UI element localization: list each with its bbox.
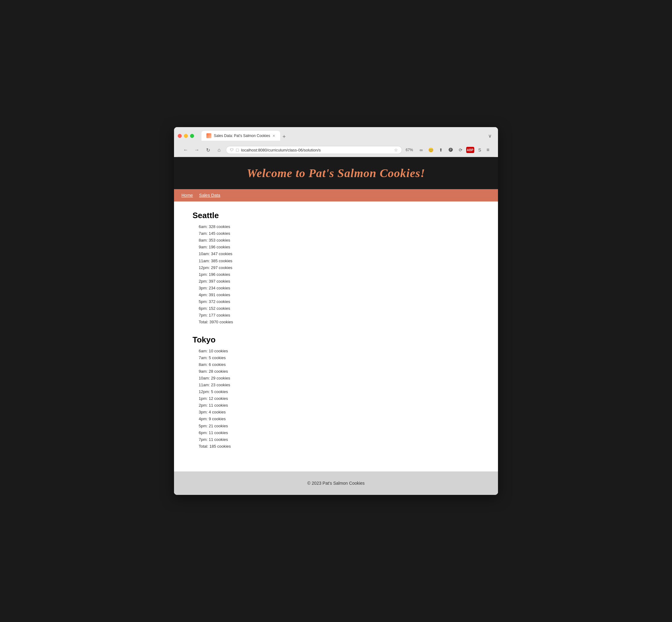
browser-chrome: Sales Data: Pat's Salmon Cookies × + ∨ ←…: [174, 127, 498, 157]
sitewall-icon[interactable]: S: [475, 146, 484, 154]
zoom-level[interactable]: 67%: [404, 147, 414, 153]
bookmark-icon[interactable]: ☆: [394, 147, 398, 152]
title-bar: Sales Data: Pat's Salmon Cookies × + ∨: [178, 131, 494, 141]
list-item: 5pm: 21 cookies: [199, 423, 480, 429]
refresh-button[interactable]: ↻: [204, 146, 212, 154]
address-bar-container: 🛡 □ ☆: [226, 146, 402, 154]
location-name: Seattle: [192, 211, 480, 220]
list-item: 6pm: 152 cookies: [199, 305, 480, 312]
list-item: 12pm: 297 cookies: [199, 265, 480, 271]
traffic-lights: [178, 134, 194, 138]
list-item: 3pm: 4 cookies: [199, 409, 480, 416]
list-item: 6am: 328 cookies: [199, 223, 480, 230]
page-icon: □: [236, 147, 239, 152]
home-button[interactable]: ⌂: [215, 146, 223, 154]
site-header: Welcome to Pat's Salmon Cookies!: [174, 157, 498, 189]
pocket-icon[interactable]: 🅟: [447, 146, 455, 154]
forward-button[interactable]: →: [192, 146, 201, 154]
list-item: 3pm: 234 cookies: [199, 285, 480, 291]
tab-close-button[interactable]: ×: [273, 133, 275, 138]
site-nav: Home Sales Data: [174, 189, 498, 202]
location-section-tokyo: Tokyo6am: 10 cookies7am: 5 cookies8am: 6…: [192, 335, 480, 450]
list-item: 8am: 353 cookies: [199, 237, 480, 244]
security-icon: 🛡: [230, 148, 234, 152]
new-tab-button[interactable]: +: [280, 133, 288, 141]
location-section-seattle: Seattle6am: 328 cookies7am: 145 cookies8…: [192, 211, 480, 325]
close-traffic-light[interactable]: [178, 134, 182, 138]
sync-icon[interactable]: ⟳: [456, 146, 465, 154]
maximize-traffic-light[interactable]: [190, 134, 194, 138]
site-footer: © 2023 Pat's Salmon Cookies: [174, 472, 498, 495]
profile-icon[interactable]: 😊: [427, 146, 435, 154]
address-bar[interactable]: [241, 148, 391, 152]
share-icon[interactable]: ⬆: [436, 146, 445, 154]
list-item: 1pm: 196 cookies: [199, 271, 480, 278]
list-item: 7pm: 11 cookies: [199, 436, 480, 443]
list-item: 1pm: 12 cookies: [199, 395, 480, 402]
list-item: 2pm: 397 cookies: [199, 278, 480, 285]
list-item: 9am: 196 cookies: [199, 244, 480, 250]
minimize-traffic-light[interactable]: [184, 134, 188, 138]
adblock-icon[interactable]: ABP: [466, 147, 474, 153]
site-title: Welcome to Pat's Salmon Cookies!: [180, 166, 492, 180]
list-item: 2pm: 11 cookies: [199, 402, 480, 409]
nav-sales-link[interactable]: Sales Data: [199, 193, 220, 198]
total-item: Total: 185 cookies: [199, 443, 480, 450]
back-button[interactable]: ←: [181, 146, 190, 154]
list-item: 11am: 23 cookies: [199, 382, 480, 388]
cookie-list: 6am: 10 cookies7am: 5 cookies8am: 6 cook…: [199, 348, 480, 450]
active-tab[interactable]: Sales Data: Pat's Salmon Cookies ×: [202, 131, 280, 141]
browser-tabs: Sales Data: Pat's Salmon Cookies × +: [202, 131, 486, 141]
list-item: 4pm: 9 cookies: [199, 416, 480, 422]
footer-text: © 2023 Pat's Salmon Cookies: [180, 481, 492, 486]
list-item: 11am: 385 cookies: [199, 257, 480, 265]
site-main: Seattle6am: 328 cookies7am: 145 cookies8…: [174, 202, 498, 472]
list-item: 9am: 28 cookies: [199, 368, 480, 375]
list-item: 10am: 29 cookies: [199, 375, 480, 382]
menu-button[interactable]: ≡: [485, 146, 491, 154]
list-item: 12pm: 5 cookies: [199, 388, 480, 395]
list-item: 6pm: 11 cookies: [199, 429, 480, 436]
list-item: 7pm: 177 cookies: [199, 312, 480, 319]
extensions-icon[interactable]: ∞: [417, 146, 425, 154]
total-item: Total: 3970 cookies: [199, 319, 480, 325]
list-item: 5pm: 372 cookies: [199, 298, 480, 305]
tab-list-button[interactable]: ∨: [486, 132, 494, 140]
locations-container: Seattle6am: 328 cookies7am: 145 cookies8…: [192, 211, 480, 450]
tab-title: Sales Data: Pat's Salmon Cookies: [214, 134, 270, 138]
tab-favicon: [206, 133, 211, 138]
location-name: Tokyo: [192, 335, 480, 345]
cookie-list: 6am: 328 cookies7am: 145 cookies8am: 353…: [199, 223, 480, 325]
list-item: 8am: 6 cookies: [199, 361, 480, 368]
website-content: Welcome to Pat's Salmon Cookies! Home Sa…: [174, 157, 498, 495]
list-item: 4pm: 391 cookies: [199, 291, 480, 298]
toolbar-icons: ∞ 😊 ⬆ 🅟 ⟳ ABP S ≡: [417, 146, 491, 154]
browser-window: Sales Data: Pat's Salmon Cookies × + ∨ ←…: [174, 127, 498, 495]
list-item: 6am: 10 cookies: [199, 348, 480, 354]
list-item: 7am: 5 cookies: [199, 354, 480, 361]
list-item: 7am: 145 cookies: [199, 230, 480, 237]
list-item: 10am: 347 cookies: [199, 250, 480, 257]
browser-toolbar: ← → ↻ ⌂ 🛡 □ ☆ 67% ∞ 😊 ⬆ 🅟 ⟳ ABP S ≡: [178, 143, 494, 157]
nav-home-link[interactable]: Home: [181, 193, 193, 198]
